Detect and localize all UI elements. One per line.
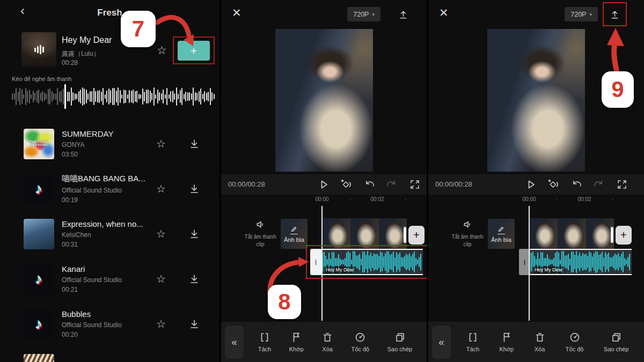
clip-toolbar: « Tách Khớp Xóa Tốc độ xyxy=(428,322,644,362)
song-row-summerday[interactable]: THE FOUR SEASONS SUMMERDAY GONYA 03:50 ☆ xyxy=(0,121,219,166)
play-icon[interactable] xyxy=(318,179,330,190)
video-track[interactable] xyxy=(529,218,614,249)
ruler-tick: 00:02 xyxy=(367,196,388,202)
add-keyframe-icon[interactable] xyxy=(547,179,559,190)
download-icon[interactable] xyxy=(188,273,200,285)
mute-clip-button[interactable]: Tắt âm thanh clip xyxy=(243,219,278,248)
favorite-star-icon[interactable]: ☆ xyxy=(156,272,166,285)
audio-clip-label: Hey My Dear xyxy=(324,267,356,273)
download-icon[interactable] xyxy=(188,138,200,150)
clip-trim-handle[interactable]: ❙ xyxy=(310,249,321,275)
tool-match[interactable]: Khớp xyxy=(499,331,514,352)
video-frame-thumb xyxy=(529,218,558,249)
download-icon[interactable] xyxy=(188,183,200,195)
song-row-expression[interactable]: Expression, when no... KelsiChen 00:31 ☆ xyxy=(0,211,219,256)
song-duration: 00:31 xyxy=(62,241,156,248)
song-artist: Official Sound Studio xyxy=(62,321,156,329)
album-art xyxy=(24,219,54,249)
tool-split[interactable]: Tách xyxy=(466,331,479,352)
preview-waveform[interactable] xyxy=(12,86,217,107)
tool-label: Xóa xyxy=(322,346,333,352)
plus-icon: + xyxy=(408,226,425,245)
play-icon[interactable] xyxy=(525,179,537,190)
fullscreen-icon[interactable] xyxy=(616,179,628,190)
song-duration: 00:20 xyxy=(62,331,156,338)
add-keyframe-icon[interactable] xyxy=(340,179,352,190)
mute-clip-label: Tắt âm thanh clip xyxy=(450,233,485,248)
tool-label: Xóa xyxy=(535,346,545,352)
export-button[interactable] xyxy=(394,5,412,23)
close-icon[interactable]: ✕ xyxy=(232,6,241,19)
music-note-icon: ♪ xyxy=(35,271,43,287)
timeline-ruler: 00:00 · 00:02 · xyxy=(221,196,427,204)
song-row-easy-piano[interactable]: Easy Piano ☆ xyxy=(0,346,219,362)
song-row-bangbang[interactable]: ♪ 喵喵BANG BANG BA... Official Sound Studi… xyxy=(0,166,219,211)
album-art-text: THE FOUR SEASONS xyxy=(24,140,54,146)
favorite-star-icon[interactable]: ☆ xyxy=(157,44,167,57)
cover-thumbnail[interactable]: Ảnh bìa xyxy=(281,219,308,249)
undo-icon[interactable] xyxy=(363,179,375,190)
collapse-toolbar-button[interactable]: « xyxy=(432,326,451,359)
video-preview[interactable] xyxy=(487,29,585,172)
favorite-star-icon[interactable]: ☆ xyxy=(156,227,166,240)
pencil-icon xyxy=(497,225,505,234)
song-artist: Official Sound Studio xyxy=(62,276,156,284)
favorite-star-icon[interactable]: ☆ xyxy=(156,317,166,330)
ruler-tick: 00:02 xyxy=(574,196,595,202)
now-playing-title: Hey My Dear xyxy=(62,35,112,45)
tool-speed[interactable]: Tốc độ xyxy=(352,331,370,352)
tool-delete[interactable]: Xóa xyxy=(534,331,546,352)
song-meta: SUMMERDAY GONYA 03:50 xyxy=(62,129,156,158)
audio-clip-hey-my-dear[interactable]: ❙ Hey My Dear xyxy=(310,249,423,275)
song-title: Bubbles xyxy=(62,309,156,319)
step-number: 9 xyxy=(611,77,624,102)
redo-icon[interactable] xyxy=(593,179,605,190)
ruler-tick: 00:00 xyxy=(311,196,333,202)
download-icon[interactable] xyxy=(188,228,200,240)
drag-to-listen-hint: Kéo để nghe âm thanh xyxy=(12,76,71,82)
add-clip-button[interactable]: + xyxy=(404,225,425,245)
video-preview[interactable] xyxy=(275,29,373,172)
video-frame-thumb xyxy=(379,218,407,249)
favorite-star-icon[interactable]: ☆ xyxy=(156,182,166,195)
timeline-ruler: 00:00 · 00:02 · xyxy=(428,196,644,204)
song-title: 喵喵BANG BANG BA... xyxy=(62,174,156,184)
add-clip-button[interactable]: + xyxy=(611,225,632,245)
playhead xyxy=(321,206,323,321)
add-track-button[interactable]: + xyxy=(178,41,210,61)
track-end-handle xyxy=(404,227,406,243)
mute-clip-button[interactable]: Tắt âm thanh clip xyxy=(450,219,485,248)
tool-delete[interactable]: Xóa xyxy=(321,331,333,352)
resolution-dropdown[interactable]: 720P ▾ xyxy=(565,7,598,21)
music-note-icon: ♪ xyxy=(35,316,43,333)
song-title: Expression, when no... xyxy=(62,219,156,228)
song-row-bubbles[interactable]: ♪ Bubbles Official Sound Studio 00:20 ☆ xyxy=(0,301,219,346)
tool-copy[interactable]: Sao chép xyxy=(604,331,628,352)
video-track[interactable] xyxy=(322,218,407,249)
audio-clip-hey-my-dear[interactable]: ❙ Hey My Dear xyxy=(519,249,632,275)
tool-copy[interactable]: Sao chép xyxy=(387,331,412,352)
song-meta: Bubbles Official Sound Studio 00:20 xyxy=(62,309,156,338)
close-icon[interactable]: ✕ xyxy=(439,6,449,19)
redo-icon[interactable] xyxy=(386,179,398,190)
song-row-kanari[interactable]: ♪ Kanari Official Sound Studio 00:21 ☆ xyxy=(0,256,219,301)
undo-icon[interactable] xyxy=(570,179,582,190)
fullscreen-icon[interactable] xyxy=(409,179,421,190)
now-playing-duration: 00:28 xyxy=(62,59,78,67)
collapse-toolbar-button[interactable]: « xyxy=(225,326,244,359)
tool-split[interactable]: Tách xyxy=(258,331,271,352)
resolution-value: 720P xyxy=(570,11,586,18)
resolution-dropdown[interactable]: 720P ▾ xyxy=(347,7,380,21)
download-icon[interactable] xyxy=(188,318,200,330)
song-meta: 喵喵BANG BANG BA... Official Sound Studio … xyxy=(62,174,156,204)
tool-match[interactable]: Khớp xyxy=(289,331,304,352)
favorite-star-icon[interactable]: ☆ xyxy=(156,137,166,150)
playback-control-bar: 00:00/00:28 xyxy=(428,174,644,195)
tool-speed[interactable]: Tốc độ xyxy=(566,331,584,352)
cover-label: Ảnh bìa xyxy=(284,237,304,243)
tool-label: Tốc độ xyxy=(352,346,370,352)
music-panel-title: Fresh xyxy=(0,8,219,18)
tool-label: Tách xyxy=(258,346,271,352)
export-button-highlighted[interactable] xyxy=(603,2,627,26)
cover-thumbnail[interactable]: Ảnh bìa xyxy=(488,219,515,249)
